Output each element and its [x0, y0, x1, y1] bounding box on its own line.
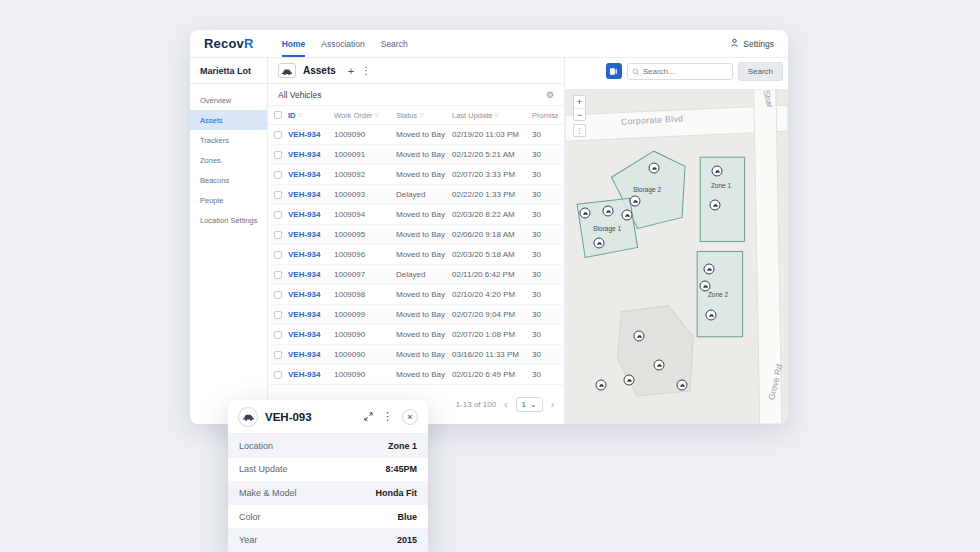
sidebar-item-trackers[interactable]: Trackers	[190, 130, 267, 150]
card-menu-button[interactable]: ⋮	[382, 410, 393, 423]
add-asset-button[interactable]: +	[348, 65, 354, 77]
vehicle-marker[interactable]	[596, 380, 607, 391]
cell-id: VEH-934	[288, 230, 334, 239]
page-number: 1	[522, 400, 526, 409]
nav-item-search[interactable]: Search	[381, 30, 408, 57]
row-checkbox[interactable]	[274, 171, 282, 179]
cell-promised: 30	[532, 130, 558, 139]
map-extra-control[interactable]: ⋮	[573, 124, 586, 137]
nav-item-home[interactable]: Home	[282, 30, 306, 57]
close-icon[interactable]: ×	[402, 409, 418, 425]
cell-last-update: 02/10/20 4:20 PM	[452, 290, 532, 299]
cell-work-order: 1009090	[334, 330, 396, 339]
vehicle-marker[interactable]	[677, 380, 688, 391]
cell-work-order: 1009098	[334, 290, 396, 299]
vehicle-marker[interactable]	[649, 163, 660, 174]
cell-work-order: 1009092	[334, 170, 396, 179]
next-page-button[interactable]: ›	[551, 399, 554, 410]
sidebar-item-beacons[interactable]: Beacons	[190, 170, 267, 190]
map-search-input[interactable]	[643, 67, 728, 76]
detail-row-value: Honda Fit	[376, 488, 418, 498]
map-pages-button[interactable]	[606, 63, 622, 79]
cell-status: Moved to Bay	[396, 290, 452, 299]
table-row[interactable]: VEH-9341009093Delayed02/22/20 1:33 PM30	[268, 185, 564, 205]
vehicle-marker[interactable]	[594, 238, 605, 249]
row-checkbox[interactable]	[274, 271, 282, 279]
row-checkbox[interactable]	[274, 151, 282, 159]
table-row[interactable]: VEH-9341009090Moved to Bay03/16/20 11:33…	[268, 345, 564, 365]
table-row[interactable]: VEH-9341009090Moved to Bay02/19/20 11:03…	[268, 125, 564, 145]
zoom-in-button[interactable]: +	[574, 96, 585, 108]
settings-button[interactable]: Settings	[730, 30, 774, 57]
table-row[interactable]: VEH-9341009090Moved to Bay02/07/20 1:08 …	[268, 325, 564, 345]
table-row[interactable]: VEH-9341009092Moved to Bay02/07/20 3:33 …	[268, 165, 564, 185]
cell-id: VEH-934	[288, 370, 334, 379]
table-row[interactable]: VEH-9341009094Moved to Bay02/03/20 8:22 …	[268, 205, 564, 225]
sidebar-item-zones[interactable]: Zones	[190, 150, 267, 170]
row-checkbox[interactable]	[274, 211, 282, 219]
row-checkbox[interactable]	[274, 371, 282, 379]
row-checkbox[interactable]	[274, 231, 282, 239]
vehicle-marker[interactable]	[622, 210, 633, 221]
row-checkbox[interactable]	[274, 291, 282, 299]
cell-last-update: 02/19/20 11:03 PM	[452, 130, 532, 139]
column-header-status[interactable]: Status▽	[396, 111, 452, 120]
sidebar-item-assets[interactable]: Assets	[190, 110, 267, 130]
sidebar-item-location-settings[interactable]: Location Settings	[190, 210, 267, 230]
vehicle-marker[interactable]	[624, 375, 635, 386]
cell-id: VEH-934	[288, 330, 334, 339]
vehicle-marker[interactable]	[710, 200, 721, 211]
select-all-checkbox[interactable]	[274, 111, 282, 119]
sidebar-item-people[interactable]: People	[190, 190, 267, 210]
detail-row: Make & ModelHonda Fit	[228, 481, 428, 505]
column-label: Status	[396, 111, 417, 120]
page-select[interactable]: 1 ⌄	[516, 397, 543, 412]
cell-status: Moved to Bay	[396, 130, 452, 139]
column-header-id[interactable]: ID▽	[288, 111, 334, 120]
vehicle-marker[interactable]	[654, 360, 665, 371]
vehicle-marker[interactable]	[580, 208, 591, 219]
row-checkbox[interactable]	[274, 351, 282, 359]
table-row[interactable]: VEH-9341009099Moved to Bay02/07/20 9:04 …	[268, 305, 564, 325]
row-checkbox[interactable]	[274, 191, 282, 199]
filter-icon: ▽	[419, 112, 423, 118]
column-header-promised[interactable]: Promised▽	[532, 111, 558, 120]
cell-id: VEH-934	[288, 150, 334, 159]
sidebar-item-overview[interactable]: Overview	[190, 90, 267, 110]
column-header-last-update[interactable]: Last Update▽	[452, 111, 532, 120]
panel-menu-button[interactable]: ⋮	[361, 65, 371, 76]
expand-icon[interactable]	[364, 412, 373, 421]
cell-work-order: 1009090	[334, 130, 396, 139]
vehicle-marker[interactable]	[712, 166, 723, 177]
row-checkbox[interactable]	[274, 331, 282, 339]
prev-page-button[interactable]: ‹	[504, 399, 507, 410]
map-area[interactable]: Corporate Blvd Shar Grove Rd + − ⋮ Stora…	[565, 89, 788, 424]
table-row[interactable]: VEH-9341009091Moved to Bay02/12/20 5:21 …	[268, 145, 564, 165]
vehicle-filter-label[interactable]: All Vehicles	[278, 90, 321, 100]
detail-row-value: Zone 1	[388, 441, 417, 451]
vehicle-marker[interactable]	[630, 196, 641, 207]
vehicle-marker[interactable]	[634, 331, 645, 342]
vehicle-marker[interactable]	[704, 264, 715, 275]
detail-row-label: Year	[239, 535, 257, 545]
vehicle-marker[interactable]	[706, 310, 717, 321]
table-row[interactable]: VEH-9341009098Moved to Bay02/10/20 4:20 …	[268, 285, 564, 305]
table-row[interactable]: VEH-9341009095Moved to Bay02/06/20 9:18 …	[268, 225, 564, 245]
zoom-out-button[interactable]: −	[574, 108, 585, 120]
map-search-button[interactable]: Search	[738, 62, 783, 81]
nav-item-association[interactable]: Association	[321, 30, 364, 57]
row-checkbox[interactable]	[274, 251, 282, 259]
column-header-work-order[interactable]: Work Order▽	[334, 111, 396, 120]
app-logo[interactable]: RecovR	[204, 30, 254, 57]
table-row[interactable]: VEH-9341009090Moved to Bay02/01/20 6:49 …	[268, 365, 564, 385]
cell-last-update: 02/12/20 5:21 AM	[452, 150, 532, 159]
table-row[interactable]: VEH-9341009097Delayed02/11/20 6:42 PM30	[268, 265, 564, 285]
vehicle-marker[interactable]	[603, 206, 614, 217]
cell-promised: 30	[532, 190, 558, 199]
detail-row-value: 2015	[397, 535, 417, 545]
table-row[interactable]: VEH-9341009096Moved to Bay02/03/20 5:18 …	[268, 245, 564, 265]
row-checkbox[interactable]	[274, 131, 282, 139]
row-checkbox[interactable]	[274, 311, 282, 319]
gear-icon[interactable]: ⚙	[546, 90, 554, 100]
vehicle-marker[interactable]	[700, 281, 711, 292]
